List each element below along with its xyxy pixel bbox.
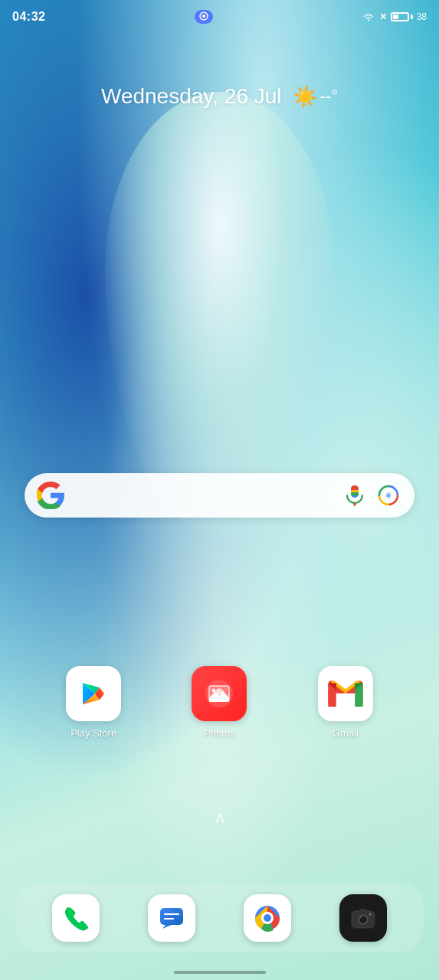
chrome-icon [254, 904, 281, 932]
app-row: Play Store Photos [0, 666, 439, 739]
svg-point-34 [369, 913, 372, 916]
photos-label: Photos [204, 727, 234, 739]
app-item-photos[interactable]: Photos [185, 666, 254, 739]
sun-icon: ☀️ [293, 85, 317, 109]
svg-rect-20 [160, 908, 183, 925]
dock-chrome-button[interactable] [244, 894, 291, 942]
lens-search-button[interactable] [375, 482, 402, 509]
svg-point-16 [212, 689, 216, 693]
date-weather-widget[interactable]: Wednesday, 26 Jul ☀️ --° [0, 84, 439, 109]
dock-messages-button[interactable] [148, 894, 195, 942]
svg-rect-8 [351, 492, 359, 495]
weather-group: ☀️ --° [293, 85, 338, 109]
play-store-icon [77, 677, 110, 710]
home-indicator [174, 971, 266, 974]
date-display: Wednesday, 26 Jul [101, 84, 282, 109]
status-icons: ✕ 38 [362, 11, 427, 22]
battery-indicator [391, 12, 413, 21]
status-bar: 04:32 ✕ 38 [0, 0, 439, 34]
photos-icon-wrapper[interactable] [192, 666, 247, 721]
status-time: 04:32 [12, 10, 45, 24]
svg-rect-33 [359, 909, 367, 913]
google-search-bar[interactable] [25, 473, 414, 518]
svg-point-1 [202, 15, 205, 18]
svg-point-2 [368, 19, 369, 21]
dock [15, 884, 424, 952]
gmail-label: Gmail [333, 727, 359, 739]
wifi-icon [362, 11, 375, 22]
swipe-up-arrow: ∧ [214, 808, 226, 828]
gmail-icon-wrapper[interactable] [318, 666, 373, 721]
app-item-play-store[interactable]: Play Store [59, 666, 128, 739]
dock-phone-button[interactable] [52, 894, 100, 942]
gmail-icon [328, 681, 363, 707]
app-item-gmail[interactable]: Gmail [311, 666, 380, 739]
svg-point-25 [264, 914, 271, 922]
play-store-icon-wrapper[interactable] [66, 666, 121, 721]
battery-percent: 38 [417, 11, 427, 22]
play-store-label: Play Store [70, 727, 116, 739]
voice-search-button[interactable] [341, 482, 369, 509]
svg-rect-19 [336, 694, 355, 707]
no-sim-icon: ✕ [379, 11, 387, 22]
photos-icon [201, 676, 237, 711]
svg-point-12 [387, 494, 391, 498]
temperature-display: --° [320, 87, 338, 106]
google-g-logo [37, 482, 64, 509]
messages-icon [158, 904, 185, 932]
svg-point-32 [360, 916, 362, 919]
nfc-badge [195, 10, 213, 24]
camera-icon [349, 904, 377, 932]
phone-icon [62, 904, 90, 932]
dock-camera-button[interactable] [339, 894, 387, 942]
